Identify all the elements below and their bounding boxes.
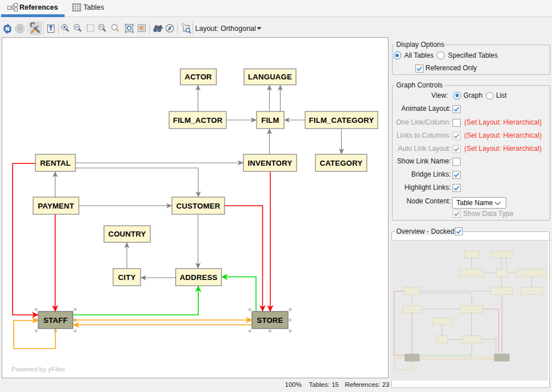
svg-text:STAFF: STAFF	[43, 316, 68, 325]
svg-text:ADDRESS: ADDRESS	[180, 273, 218, 282]
svg-text:CUSTOMER: CUSTOMER	[177, 202, 221, 210]
svg-text:CATEGORY: CATEGORY	[320, 159, 363, 167]
svg-text:CITY: CITY	[118, 273, 136, 282]
svg-text:COUNTRY: COUNTRY	[108, 230, 146, 238]
svg-text:FILM_ACTOR: FILM_ACTOR	[173, 116, 223, 125]
svg-text:INVENTORY: INVENTORY	[247, 159, 292, 167]
svg-text:RENTAL: RENTAL	[40, 159, 71, 167]
svg-text:LANGUAGE: LANGUAGE	[248, 73, 292, 81]
svg-text:FILM_CATEGORY: FILM_CATEGORY	[309, 116, 374, 125]
svg-text:1:1: 1:1	[99, 26, 103, 29]
svg-text:PAYMENT: PAYMENT	[38, 202, 74, 210]
svg-text:FILM: FILM	[261, 116, 279, 125]
svg-text:STORE: STORE	[257, 316, 283, 325]
svg-text:ACTOR: ACTOR	[185, 73, 212, 81]
